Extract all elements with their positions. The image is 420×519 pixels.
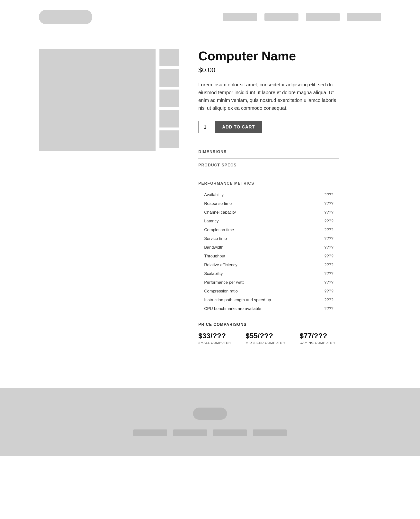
thumbnail-4[interactable]	[159, 110, 179, 127]
accordion-product-specs: PRODUCT SPECS	[198, 159, 339, 172]
thumbnail-2[interactable]	[159, 69, 179, 87]
metric-row: Instruction path length and speed up ???…	[198, 296, 339, 304]
metric-row: Compression ratio ????	[198, 287, 339, 296]
logo	[39, 10, 92, 24]
metric-value: ????	[324, 192, 333, 197]
quantity-input[interactable]	[198, 121, 215, 133]
footer-links	[133, 429, 287, 436]
comparison-label: SMALL COMPUTER	[198, 341, 231, 345]
metric-label: Bandwidth	[204, 245, 223, 250]
metric-row: Channel capacity ????	[198, 208, 339, 217]
comparison-label: MID-SIZED COMPUTER	[245, 341, 285, 345]
price-comparison-item: $55/??? MID-SIZED COMPUTER	[245, 332, 285, 345]
product-specs-label[interactable]: PRODUCT SPECS	[198, 163, 339, 167]
thumbnail-column	[159, 49, 179, 354]
metric-label: Response time	[204, 201, 232, 206]
metric-label: Throughput	[204, 254, 225, 259]
metric-label: CPU benchmarks are available	[204, 306, 261, 311]
metric-row: Throughput ????	[198, 252, 339, 261]
product-price: $0.00	[198, 66, 339, 74]
metric-value: ????	[324, 236, 333, 241]
nav-link-2[interactable]	[264, 13, 298, 21]
metric-label: Instruction path length and speed up	[204, 298, 271, 302]
metric-value: ????	[324, 271, 333, 276]
metric-label: Service time	[204, 236, 227, 241]
metric-label: Completion time	[204, 228, 234, 232]
price-comparisons-title: PRICE COMPARISONS	[198, 322, 339, 327]
footer	[0, 388, 420, 456]
metric-value: ????	[324, 263, 333, 267]
footer-link-3[interactable]	[213, 429, 247, 436]
product-name: Computer Name	[198, 49, 339, 63]
metric-row: Completion time ????	[198, 226, 339, 234]
metrics-title: PERFORMANCE METRICS	[198, 181, 339, 186]
product-images	[39, 49, 179, 354]
metrics-rows: Availability ???? Response time ???? Cha…	[198, 191, 339, 313]
product-info: Computer Name $0.00 Lorem ipsum dolor si…	[198, 49, 339, 354]
dimensions-label[interactable]: DIMENSIONS	[198, 150, 339, 154]
metric-label: Scalability	[204, 271, 223, 276]
price-comparison-item: $33/??? SMALL COMPUTER	[198, 332, 231, 345]
price-comparisons: PRICE COMPARISONS $33/??? SMALL COMPUTER…	[198, 316, 339, 349]
metric-row: Availability ????	[198, 191, 339, 199]
header	[0, 0, 420, 34]
nav-link-3[interactable]	[306, 13, 340, 21]
metric-label: Performance per watt	[204, 280, 244, 285]
accordion-dimensions: DIMENSIONS	[198, 145, 339, 159]
metrics-section: PERFORMANCE METRICS Availability ???? Re…	[198, 176, 339, 316]
comparison-price: $77/???	[300, 332, 327, 340]
nav-link-1[interactable]	[223, 13, 257, 21]
metric-row: CPU benchmarks are available ????	[198, 304, 339, 313]
metric-row: Bandwidth ????	[198, 243, 339, 252]
metric-label: Relative efficiency	[204, 263, 237, 267]
specs-section: DIMENSIONS PRODUCT SPECS PERFORMANCE MET…	[198, 145, 339, 354]
metric-value: ????	[324, 228, 333, 232]
thumbnail-5[interactable]	[159, 130, 179, 148]
footer-link-2[interactable]	[173, 429, 207, 436]
metric-value: ????	[324, 245, 333, 250]
main-product-image	[39, 49, 156, 151]
price-comparison-items: $33/??? SMALL COMPUTER $55/??? MID-SIZED…	[198, 332, 339, 345]
nav-link-4[interactable]	[347, 13, 381, 21]
metric-row: Latency ????	[198, 217, 339, 226]
footer-link-1[interactable]	[133, 429, 167, 436]
thumbnail-3[interactable]	[159, 90, 179, 107]
metric-value: ????	[324, 280, 333, 285]
cart-row: ADD TO CART	[198, 121, 339, 133]
accordion-performance-metrics: PERFORMANCE METRICS Availability ???? Re…	[198, 172, 339, 354]
metric-row: Scalability ????	[198, 269, 339, 278]
metric-label: Availability	[204, 192, 224, 197]
metric-row: Performance per watt ????	[198, 278, 339, 287]
metric-value: ????	[324, 289, 333, 294]
metric-value: ????	[324, 298, 333, 302]
metric-row: Service time ????	[198, 234, 339, 243]
metric-label: Compression ratio	[204, 289, 238, 294]
thumbnail-1[interactable]	[159, 49, 179, 66]
nav-links	[223, 13, 381, 21]
footer-link-4[interactable]	[253, 429, 287, 436]
metric-label: Channel capacity	[204, 210, 236, 215]
metric-row: Relative efficiency ????	[198, 261, 339, 269]
metric-value: ????	[324, 254, 333, 259]
comparison-price: $33/???	[198, 332, 226, 340]
add-to-cart-button[interactable]: ADD TO CART	[215, 121, 262, 133]
metric-label: Latency	[204, 219, 219, 224]
comparison-label: GAMING COMPUTER	[300, 341, 335, 345]
metric-value: ????	[324, 201, 333, 206]
price-comparison-item: $77/??? GAMING COMPUTER	[300, 332, 335, 345]
metric-value: ????	[324, 210, 333, 215]
main-content: Computer Name $0.00 Lorem ipsum dolor si…	[0, 34, 420, 369]
metric-value: ????	[324, 219, 333, 224]
footer-logo	[193, 408, 227, 420]
metric-value: ????	[324, 306, 333, 311]
comparison-price: $55/???	[245, 332, 273, 340]
metric-row: Response time ????	[198, 199, 339, 208]
product-description: Lorem ipsum dolor sit amet, consectetur …	[198, 81, 339, 112]
